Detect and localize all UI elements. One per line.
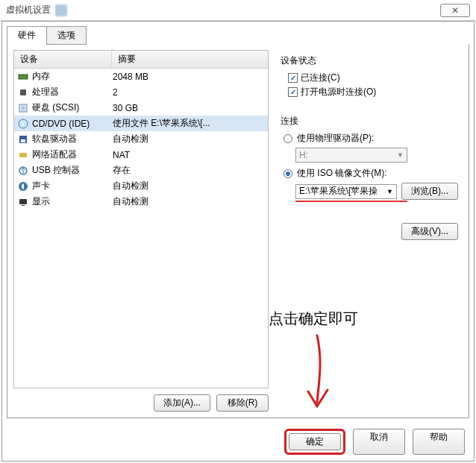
device-summary: 使用文件 E:\苹果系统\[... — [113, 117, 265, 130]
use-physical-label: 使用物理驱动器(P): — [297, 132, 374, 145]
connect-at-poweron-checkbox[interactable]: ✓ — [288, 87, 298, 97]
svg-point-3 — [22, 106, 25, 110]
svg-rect-12 — [22, 205, 25, 206]
device-summary: 2 — [113, 87, 265, 98]
device-name: 声卡 — [32, 180, 113, 192]
device-table: 设备 摘要 内存2048 MB处理器2硬盘 (SCSI)30 GBCD/DVD … — [13, 50, 269, 388]
advanced-button[interactable]: 高级(V)... — [401, 223, 458, 240]
col-summary[interactable]: 摘要 — [111, 51, 268, 68]
status-group-title: 设备状态 — [281, 54, 458, 67]
device-name: CD/DVD (IDE) — [32, 119, 113, 129]
device-summary: 自动检测 — [113, 180, 265, 192]
table-row[interactable]: 软盘驱动器自动检测 — [14, 131, 268, 147]
table-row[interactable]: 处理器2 — [14, 84, 268, 100]
annotation-arrow — [302, 332, 347, 421]
cancel-button[interactable]: 取消 — [353, 429, 405, 455]
connected-checkbox[interactable]: ✓ — [288, 73, 298, 83]
device-summary: 2048 MB — [113, 72, 265, 82]
device-summary: 存在 — [113, 164, 265, 177]
table-row[interactable]: USB 控制器存在 — [14, 163, 268, 178]
annotation-underline — [295, 201, 407, 202]
iso-path-select[interactable]: E:\苹果系统\[苹果操 ▼ — [295, 184, 397, 199]
connect-at-poweron-label: 打开电源时连接(O) — [301, 86, 376, 98]
disk-icon — [17, 102, 29, 114]
connected-label: 已连接(C) — [301, 72, 340, 84]
network-icon — [17, 149, 29, 161]
add-device-button[interactable]: 添加(A)... — [154, 394, 210, 412]
iso-path-value: E:\苹果系统\[苹果操 — [299, 185, 378, 198]
help-button[interactable]: 帮助 — [413, 429, 465, 455]
device-name: 网络适配器 — [32, 148, 113, 161]
cpu-icon — [17, 86, 29, 98]
svg-rect-7 — [21, 139, 25, 142]
device-table-header: 设备 摘要 — [14, 51, 268, 69]
table-row[interactable]: 硬盘 (SCSI)30 GB — [14, 100, 268, 116]
device-name: 软盘驱动器 — [32, 133, 113, 145]
tab-hardware[interactable]: 硬件 — [7, 26, 47, 45]
connection-group-title: 连接 — [281, 115, 458, 127]
svg-rect-8 — [19, 153, 27, 157]
chevron-down-icon: ▼ — [386, 188, 393, 195]
close-icon: ✕ — [451, 5, 459, 16]
dialog-body: 硬件 选项 设备 摘要 内存2048 MB处理器2硬盘 (SCSI)30 GBC… — [1, 21, 475, 462]
title-blur-icon — [55, 4, 67, 16]
floppy-icon — [17, 133, 29, 145]
device-name: 显示 — [32, 195, 113, 208]
browse-button[interactable]: 浏览(B)... — [401, 183, 458, 200]
device-name: USB 控制器 — [32, 164, 113, 177]
use-iso-label: 使用 ISO 镜像文件(M): — [297, 167, 387, 180]
device-name: 内存 — [32, 70, 113, 83]
use-physical-radio[interactable] — [284, 134, 292, 143]
svg-rect-0 — [19, 75, 28, 79]
svg-rect-1 — [20, 89, 26, 95]
col-device[interactable]: 设备 — [14, 51, 111, 68]
physical-drive-select: H: ▼ — [295, 148, 407, 163]
table-row[interactable]: CD/DVD (IDE)使用文件 E:\苹果系统\[... — [14, 116, 268, 131]
table-row[interactable]: 内存2048 MB — [14, 69, 268, 84]
device-summary: 30 GB — [113, 103, 265, 113]
dialog-button-bar: 确定 取消 帮助 — [2, 423, 474, 461]
device-summary: NAT — [113, 150, 265, 160]
ok-highlight-box: 确定 — [284, 429, 345, 455]
annotation-text: 点击确定即可 — [269, 309, 358, 329]
svg-point-5 — [22, 122, 25, 125]
display-icon — [17, 196, 29, 208]
usb-icon — [17, 165, 29, 177]
physical-drive-value: H: — [299, 150, 308, 160]
table-row[interactable]: 声卡自动检测 — [14, 178, 268, 194]
ok-button[interactable]: 确定 — [289, 433, 341, 450]
tab-strip: 硬件 选项 — [2, 22, 474, 45]
use-iso-radio[interactable] — [284, 169, 292, 178]
window-title: 虚拟机设置 — [6, 4, 51, 16]
device-name: 硬盘 (SCSI) — [32, 101, 113, 114]
sound-icon — [17, 180, 29, 192]
table-row[interactable]: 网络适配器NAT — [14, 147, 268, 163]
device-summary: 自动检测 — [113, 133, 265, 145]
device-name: 处理器 — [32, 86, 113, 98]
table-row[interactable]: 显示自动检测 — [14, 194, 268, 210]
svg-rect-11 — [19, 199, 27, 204]
chevron-down-icon: ▼ — [397, 151, 404, 159]
tab-options[interactable]: 选项 — [46, 26, 87, 45]
remove-device-button[interactable]: 移除(R) — [216, 394, 269, 412]
cd-icon — [17, 118, 29, 130]
window-close-button[interactable]: ✕ — [440, 4, 470, 17]
memory-icon — [17, 71, 29, 83]
device-summary: 自动检测 — [113, 195, 265, 208]
title-bar: 虚拟机设置 ✕ — [0, 0, 476, 21]
